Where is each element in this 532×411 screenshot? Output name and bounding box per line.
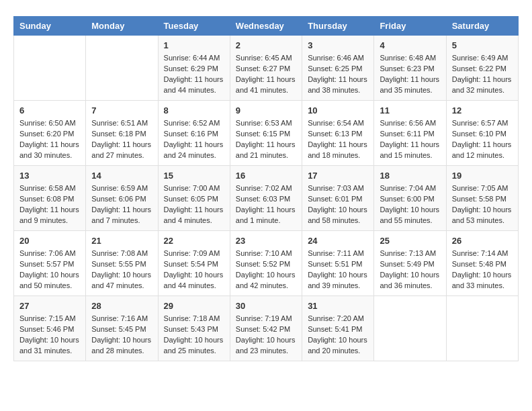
day-cell: 13Sunrise: 6:58 AM Sunset: 6:08 PM Dayli…	[14, 165, 86, 230]
day-cell	[446, 295, 518, 361]
day-cell	[374, 295, 446, 361]
day-cell	[14, 36, 86, 101]
day-number: 28	[91, 300, 152, 312]
day-cell: 1Sunrise: 6:44 AM Sunset: 6:29 PM Daylig…	[158, 36, 230, 101]
day-cell: 9Sunrise: 6:53 AM Sunset: 6:15 PM Daylig…	[230, 100, 302, 165]
week-row-4: 20Sunrise: 7:06 AM Sunset: 5:57 PM Dayli…	[14, 230, 519, 295]
day-number: 25	[380, 235, 440, 247]
week-row-5: 27Sunrise: 7:15 AM Sunset: 5:46 PM Dayli…	[14, 295, 519, 361]
day-cell: 19Sunrise: 7:05 AM Sunset: 5:58 PM Dayli…	[446, 165, 518, 230]
week-row-3: 13Sunrise: 6:58 AM Sunset: 6:08 PM Dayli…	[14, 165, 519, 230]
day-cell: 5Sunrise: 6:49 AM Sunset: 6:22 PM Daylig…	[446, 36, 518, 101]
day-cell: 28Sunrise: 7:16 AM Sunset: 5:45 PM Dayli…	[86, 295, 158, 361]
day-number: 14	[91, 170, 152, 182]
day-content: Sunrise: 6:50 AM Sunset: 6:20 PM Dayligh…	[19, 118, 80, 161]
day-cell: 7Sunrise: 6:51 AM Sunset: 6:18 PM Daylig…	[86, 100, 158, 165]
day-number: 12	[452, 105, 513, 117]
day-cell: 4Sunrise: 6:48 AM Sunset: 6:23 PM Daylig…	[374, 36, 446, 101]
day-cell: 6Sunrise: 6:50 AM Sunset: 6:20 PM Daylig…	[14, 100, 86, 165]
day-content: Sunrise: 6:48 AM Sunset: 6:23 PM Dayligh…	[380, 53, 440, 96]
day-cell: 14Sunrise: 6:59 AM Sunset: 6:06 PM Dayli…	[86, 165, 158, 230]
col-header-saturday: Saturday	[446, 17, 518, 36]
day-content: Sunrise: 6:51 AM Sunset: 6:18 PM Dayligh…	[91, 118, 152, 161]
day-content: Sunrise: 7:10 AM Sunset: 5:52 PM Dayligh…	[236, 248, 296, 291]
day-content: Sunrise: 7:00 AM Sunset: 6:05 PM Dayligh…	[164, 183, 224, 226]
day-content: Sunrise: 7:18 AM Sunset: 5:43 PM Dayligh…	[164, 314, 224, 357]
col-header-wednesday: Wednesday	[230, 17, 302, 36]
day-number: 15	[164, 170, 224, 182]
day-cell: 21Sunrise: 7:08 AM Sunset: 5:55 PM Dayli…	[86, 230, 158, 295]
day-cell: 25Sunrise: 7:13 AM Sunset: 5:49 PM Dayli…	[374, 230, 446, 295]
day-content: Sunrise: 6:52 AM Sunset: 6:16 PM Dayligh…	[164, 118, 224, 161]
day-cell: 30Sunrise: 7:19 AM Sunset: 5:42 PM Dayli…	[230, 295, 302, 361]
day-number: 18	[380, 170, 440, 182]
week-row-1: 1Sunrise: 6:44 AM Sunset: 6:29 PM Daylig…	[14, 36, 519, 101]
day-content: Sunrise: 6:45 AM Sunset: 6:27 PM Dayligh…	[236, 53, 296, 96]
day-cell: 15Sunrise: 7:00 AM Sunset: 6:05 PM Dayli…	[158, 165, 230, 230]
col-header-monday: Monday	[86, 17, 158, 36]
day-cell: 8Sunrise: 6:52 AM Sunset: 6:16 PM Daylig…	[158, 100, 230, 165]
day-cell: 2Sunrise: 6:45 AM Sunset: 6:27 PM Daylig…	[230, 36, 302, 101]
header-row: SundayMondayTuesdayWednesdayThursdayFrid…	[14, 17, 519, 36]
day-content: Sunrise: 7:09 AM Sunset: 5:54 PM Dayligh…	[164, 248, 224, 291]
day-number: 9	[236, 105, 296, 117]
day-number: 23	[236, 235, 296, 247]
col-header-sunday: Sunday	[14, 17, 86, 36]
day-content: Sunrise: 7:14 AM Sunset: 5:48 PM Dayligh…	[452, 248, 513, 291]
day-content: Sunrise: 7:11 AM Sunset: 5:51 PM Dayligh…	[308, 248, 368, 291]
day-number: 2	[236, 40, 296, 52]
day-content: Sunrise: 7:02 AM Sunset: 6:03 PM Dayligh…	[236, 183, 296, 226]
day-number: 20	[19, 235, 80, 247]
day-content: Sunrise: 7:08 AM Sunset: 5:55 PM Dayligh…	[91, 248, 152, 291]
day-content: Sunrise: 6:49 AM Sunset: 6:22 PM Dayligh…	[452, 53, 513, 96]
day-content: Sunrise: 7:16 AM Sunset: 5:45 PM Dayligh…	[91, 314, 152, 357]
day-cell: 20Sunrise: 7:06 AM Sunset: 5:57 PM Dayli…	[14, 230, 86, 295]
day-number: 27	[19, 300, 80, 312]
day-number: 1	[164, 40, 224, 52]
day-number: 30	[236, 300, 296, 312]
day-number: 17	[308, 170, 368, 182]
day-cell: 27Sunrise: 7:15 AM Sunset: 5:46 PM Dayli…	[14, 295, 86, 361]
day-number: 16	[236, 170, 296, 182]
day-content: Sunrise: 7:15 AM Sunset: 5:46 PM Dayligh…	[19, 314, 80, 357]
day-content: Sunrise: 6:53 AM Sunset: 6:15 PM Dayligh…	[236, 118, 296, 161]
day-content: Sunrise: 6:54 AM Sunset: 6:13 PM Dayligh…	[308, 118, 368, 161]
day-content: Sunrise: 7:13 AM Sunset: 5:49 PM Dayligh…	[380, 248, 440, 291]
day-number: 21	[91, 235, 152, 247]
col-header-friday: Friday	[374, 17, 446, 36]
day-content: Sunrise: 7:06 AM Sunset: 5:57 PM Dayligh…	[19, 248, 80, 291]
day-cell: 17Sunrise: 7:03 AM Sunset: 6:01 PM Dayli…	[302, 165, 374, 230]
day-content: Sunrise: 6:46 AM Sunset: 6:25 PM Dayligh…	[308, 53, 368, 96]
calendar-table: SundayMondayTuesdayWednesdayThursdayFrid…	[13, 16, 519, 361]
day-content: Sunrise: 7:05 AM Sunset: 5:58 PM Dayligh…	[452, 183, 513, 226]
day-cell: 18Sunrise: 7:04 AM Sunset: 6:00 PM Dayli…	[374, 165, 446, 230]
day-cell: 11Sunrise: 6:56 AM Sunset: 6:11 PM Dayli…	[374, 100, 446, 165]
day-cell: 10Sunrise: 6:54 AM Sunset: 6:13 PM Dayli…	[302, 100, 374, 165]
day-content: Sunrise: 7:04 AM Sunset: 6:00 PM Dayligh…	[380, 183, 440, 226]
day-number: 13	[19, 170, 80, 182]
day-cell: 22Sunrise: 7:09 AM Sunset: 5:54 PM Dayli…	[158, 230, 230, 295]
day-number: 29	[164, 300, 224, 312]
day-number: 6	[19, 105, 80, 117]
day-number: 22	[164, 235, 224, 247]
day-cell: 26Sunrise: 7:14 AM Sunset: 5:48 PM Dayli…	[446, 230, 518, 295]
day-content: Sunrise: 6:57 AM Sunset: 6:10 PM Dayligh…	[452, 118, 513, 161]
day-number: 7	[91, 105, 152, 117]
day-number: 3	[308, 40, 368, 52]
day-number: 11	[380, 105, 440, 117]
day-cell: 3Sunrise: 6:46 AM Sunset: 6:25 PM Daylig…	[302, 36, 374, 101]
day-content: Sunrise: 6:58 AM Sunset: 6:08 PM Dayligh…	[19, 183, 80, 226]
day-content: Sunrise: 7:03 AM Sunset: 6:01 PM Dayligh…	[308, 183, 368, 226]
day-content: Sunrise: 6:56 AM Sunset: 6:11 PM Dayligh…	[380, 118, 440, 161]
day-content: Sunrise: 7:20 AM Sunset: 5:41 PM Dayligh…	[308, 314, 368, 357]
day-number: 8	[164, 105, 224, 117]
week-row-2: 6Sunrise: 6:50 AM Sunset: 6:20 PM Daylig…	[14, 100, 519, 165]
col-header-tuesday: Tuesday	[158, 17, 230, 36]
day-content: Sunrise: 6:44 AM Sunset: 6:29 PM Dayligh…	[164, 53, 224, 96]
day-number: 19	[452, 170, 513, 182]
day-content: Sunrise: 7:19 AM Sunset: 5:42 PM Dayligh…	[236, 314, 296, 357]
day-number: 31	[308, 300, 368, 312]
day-cell: 24Sunrise: 7:11 AM Sunset: 5:51 PM Dayli…	[302, 230, 374, 295]
day-cell: 23Sunrise: 7:10 AM Sunset: 5:52 PM Dayli…	[230, 230, 302, 295]
day-number: 10	[308, 105, 368, 117]
